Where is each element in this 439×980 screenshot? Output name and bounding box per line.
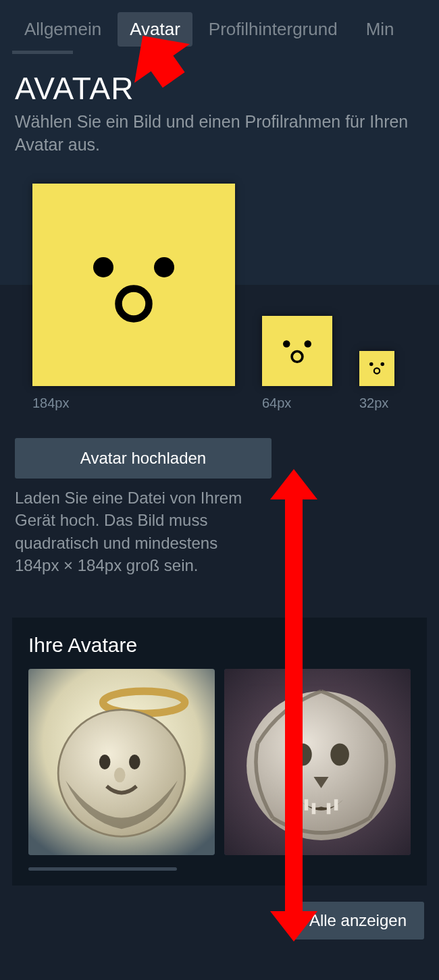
svg-point-18 — [330, 743, 349, 765]
show-all-button[interactable]: Alle anzeigen — [292, 902, 424, 940]
profile-tabs: Allgemein Avatar Profilhintergrund Min — [0, 0, 439, 47]
page-title: AVATAR — [15, 70, 424, 107]
tab-profile-background[interactable]: Profilhintergrund — [197, 12, 350, 47]
svg-point-17 — [293, 743, 312, 765]
svg-point-12 — [99, 755, 111, 769]
svg-point-16 — [247, 691, 396, 840]
preview-size-32: 32px — [359, 396, 388, 411]
svg-point-0 — [93, 257, 113, 277]
svg-point-5 — [292, 351, 303, 362]
svg-point-2 — [119, 288, 149, 319]
svg-point-14 — [114, 767, 126, 782]
tab-underline — [12, 51, 73, 54]
avatar-item-angel-orb[interactable] — [28, 669, 215, 855]
your-avatars-section: Ihre Avatare — [12, 618, 427, 886]
your-avatars-title: Ihre Avatare — [28, 634, 416, 657]
avatar-item-lion-orb[interactable] — [224, 669, 411, 855]
svg-point-7 — [381, 362, 385, 366]
svg-point-4 — [305, 340, 312, 348]
tab-general[interactable]: Allgemein — [12, 12, 113, 47]
tab-mini[interactable]: Min — [354, 12, 407, 47]
svg-point-13 — [129, 755, 140, 769]
avatar-preview-large — [32, 184, 235, 386]
avatar-preview-small — [359, 351, 394, 386]
svg-point-8 — [374, 368, 380, 373]
svg-point-1 — [154, 257, 174, 277]
preview-size-64: 64px — [262, 396, 291, 411]
svg-point-3 — [283, 340, 290, 348]
preview-size-184: 184px — [32, 396, 70, 411]
avatar-preview-medium — [262, 316, 332, 386]
upload-description: Laden Sie eine Datei von Ihrem Gerät hoc… — [15, 487, 258, 577]
avatar-grid[interactable] — [28, 669, 416, 855]
page-subtitle: Wählen Sie ein Bild und einen Profilrahm… — [15, 111, 424, 157]
svg-point-6 — [369, 362, 373, 366]
avatar-grid-scrollbar[interactable] — [28, 867, 177, 871]
upload-avatar-button[interactable]: Avatar hochladen — [15, 438, 272, 479]
tab-avatar[interactable]: Avatar — [118, 12, 192, 47]
avatar-preview-row: 184px 64px — [15, 184, 424, 411]
